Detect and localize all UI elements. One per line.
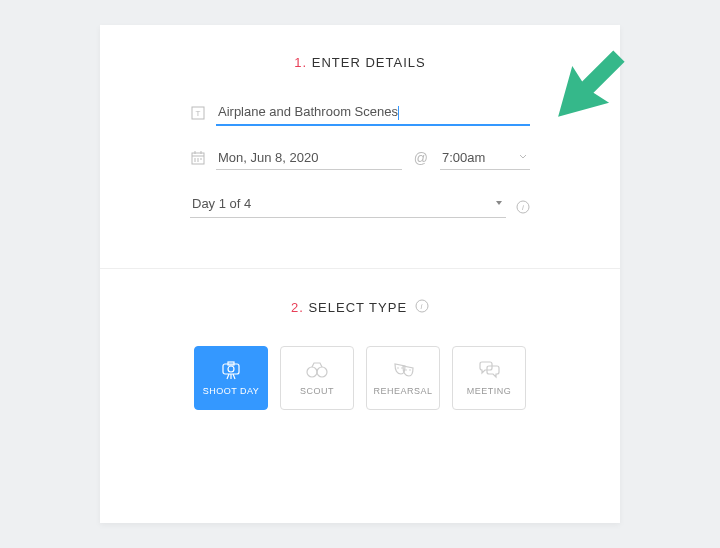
type-rehearsal[interactable]: REHEARSAL xyxy=(366,346,440,410)
binoculars-icon xyxy=(305,360,329,380)
camera-icon xyxy=(219,360,243,380)
svg-point-24 xyxy=(317,367,327,377)
time-select[interactable]: 7:00am xyxy=(440,146,530,170)
title-field-row: T Airplane and Bathroom Scenes xyxy=(190,100,530,126)
day-select[interactable]: Day 1 of 4 xyxy=(190,190,506,218)
title-input-value: Airplane and Bathroom Scenes xyxy=(218,104,398,119)
step-title-1: ENTER DETAILS xyxy=(312,55,426,70)
chat-icon xyxy=(477,360,501,380)
svg-line-20 xyxy=(227,374,229,379)
caret-down-icon xyxy=(494,196,504,211)
type-shoot-day[interactable]: SHOOT DAY xyxy=(194,346,268,410)
svg-point-27 xyxy=(401,367,403,369)
svg-line-21 xyxy=(233,374,235,379)
type-grid: SHOOT DAY SCOUT REHEARSAL MEETING xyxy=(140,346,580,410)
svg-marker-0 xyxy=(540,38,638,136)
type-label: SCOUT xyxy=(300,386,334,396)
svg-point-23 xyxy=(307,367,317,377)
svg-text:i: i xyxy=(421,302,424,311)
type-label: MEETING xyxy=(467,386,512,396)
type-label: REHEARSAL xyxy=(373,386,432,396)
info-icon[interactable]: i xyxy=(415,299,429,316)
type-label: SHOOT DAY xyxy=(203,386,260,396)
details-form: T Airplane and Bathroom Scenes Mon, Jun … xyxy=(190,100,530,228)
type-meeting[interactable]: MEETING xyxy=(452,346,526,410)
pointer-arrow-icon xyxy=(510,15,660,165)
step-title-2: SELECT TYPE xyxy=(308,300,407,315)
section-divider xyxy=(100,268,620,269)
section-1-title: 1. ENTER DETAILS xyxy=(140,55,580,70)
svg-point-18 xyxy=(228,366,234,372)
type-scout[interactable]: SCOUT xyxy=(280,346,354,410)
date-time-row: Mon, Jun 8, 2020 @ 7:00am xyxy=(190,146,530,170)
at-separator: @ xyxy=(414,150,428,166)
section-2-title: 2. SELECT TYPE i xyxy=(140,299,580,316)
chevron-down-icon xyxy=(518,150,528,165)
day-value: Day 1 of 4 xyxy=(192,196,494,211)
info-icon[interactable]: i xyxy=(516,200,530,218)
svg-point-28 xyxy=(405,369,407,371)
calendar-icon xyxy=(190,150,206,166)
svg-point-26 xyxy=(397,367,399,369)
svg-text:T: T xyxy=(196,109,201,118)
date-field[interactable]: Mon, Jun 8, 2020 xyxy=(190,146,402,170)
title-input[interactable]: Airplane and Bathroom Scenes xyxy=(216,100,530,126)
step-number-1: 1. xyxy=(294,55,307,70)
svg-point-29 xyxy=(409,369,411,371)
text-icon: T xyxy=(190,105,206,121)
form-card: 1. ENTER DETAILS T Airplane and Bathroom… xyxy=(100,25,620,523)
step-number-2: 2. xyxy=(291,300,304,315)
time-value: 7:00am xyxy=(442,150,485,165)
date-input-value: Mon, Jun 8, 2020 xyxy=(216,146,402,170)
masks-icon xyxy=(391,360,415,380)
svg-text:i: i xyxy=(522,203,524,212)
svg-marker-12 xyxy=(496,201,502,205)
